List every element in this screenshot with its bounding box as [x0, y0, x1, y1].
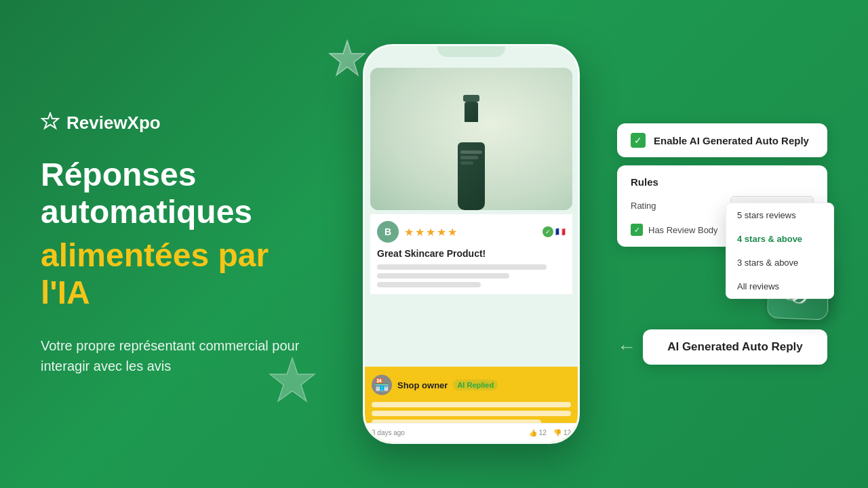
left-arrow-icon: ←	[617, 336, 636, 358]
dislike-action: 👎 12	[553, 429, 571, 436]
reply-line-1	[372, 402, 571, 407]
product-image	[370, 68, 572, 210]
phone-footer: 3 days ago 👍 12 👎 12	[365, 423, 578, 442]
dropdown-option-5stars[interactable]: 5 stars reviews	[726, 203, 833, 227]
headline-line2: automatiques	[41, 194, 252, 230]
review-line-2	[377, 273, 509, 279]
like-action: 👍 12	[529, 429, 547, 436]
phone-notch	[437, 46, 505, 57]
rules-title: Rules	[631, 176, 814, 188]
has-review-label: Has Review Body	[648, 225, 718, 235]
flag-icon: 🇫🇷	[555, 227, 566, 237]
rules-card: Rules Rating 4 stars & above ▾ ✓ Has Rev…	[617, 165, 827, 247]
phone-content: B ★ ★ ★ ★ ★ ✓	[365, 62, 578, 304]
star-4: ★	[437, 226, 446, 239]
logo: ReviewXpo	[41, 112, 326, 134]
verified-icon: ✓	[542, 226, 553, 237]
svg-marker-2	[42, 113, 58, 128]
logo-star-icon	[41, 112, 60, 134]
dropdown-option-all[interactable]: All reviews	[726, 274, 833, 298]
reply-avatar-icon: 🏪	[374, 378, 389, 392]
has-review-checkbox[interactable]: ✓	[631, 224, 643, 236]
reply-avatar: 🏪	[372, 375, 392, 395]
dropdown-option-4stars[interactable]: 4 stars & above	[726, 227, 833, 251]
dislike-count: 12	[564, 429, 571, 436]
enable-ai-card[interactable]: ✓ Enable AI Generated Auto Reply	[617, 123, 827, 157]
star-3: ★	[426, 226, 435, 239]
review-line-1	[377, 264, 547, 270]
enable-label: Enable AI Generated Auto Reply	[654, 135, 809, 146]
reply-owner-name: Shop owner	[397, 380, 448, 390]
reviewer-avatar: B	[377, 221, 399, 243]
star-1: ★	[404, 226, 414, 239]
subtext: Votre propre représentant commercial pou…	[41, 336, 326, 376]
reply-header: 🏪 Shop owner AI Replied	[372, 375, 571, 395]
ai-reply-card: AI Generated Auto Reply	[643, 329, 827, 365]
rating-label: Rating	[631, 201, 656, 211]
reviewer-row: B ★ ★ ★ ★ ★ ✓	[377, 221, 566, 243]
main-background: ReviewXpo Réponses automatiques alimenté…	[0, 0, 868, 488]
left-panel: ReviewXpo Réponses automatiques alimenté…	[41, 112, 326, 376]
bottom-row: ← AI Generated Auto Reply	[617, 329, 827, 365]
phone-wrapper: B ★ ★ ★ ★ ★ ✓	[363, 44, 580, 444]
headline-accent: alimentées par l'IA	[41, 237, 326, 311]
footer-date: 3 days ago	[372, 429, 405, 436]
right-top-section: ✓ Enable AI Generated Auto Reply Rules R…	[617, 123, 827, 247]
like-count: 12	[539, 429, 547, 436]
reply-badge: AI Replied	[453, 380, 498, 390]
dislike-icon: 👎	[553, 429, 561, 436]
phone-mockup: B ★ ★ ★ ★ ★ ✓	[363, 44, 580, 444]
review-card: B ★ ★ ★ ★ ★ ✓	[370, 214, 572, 294]
star-2: ★	[415, 226, 425, 239]
bottle-shape	[454, 95, 488, 183]
star-5: ★	[448, 226, 457, 239]
rating-dropdown-overlay: 5 stars reviews 4 stars & above 3 stars …	[726, 203, 834, 299]
bottle-neck	[465, 102, 478, 122]
ai-reply-label: AI Generated Auto Reply	[667, 340, 803, 353]
bottle-body	[458, 142, 485, 210]
headline-line1: Réponses	[41, 157, 196, 192]
bottle-cap	[463, 95, 479, 102]
stars-row: ★ ★ ★ ★ ★	[404, 226, 457, 239]
enable-checkbox[interactable]: ✓	[631, 133, 646, 148]
logo-text: ReviewXpo	[66, 113, 161, 134]
like-icon: 👍	[529, 429, 537, 436]
headline: Réponses automatiques	[41, 156, 326, 230]
svg-marker-0	[330, 41, 365, 75]
review-title: Great Skincare Product!	[377, 248, 566, 259]
review-body-lines	[377, 264, 566, 287]
dropdown-option-3stars[interactable]: 3 stars & above	[726, 251, 833, 274]
footer-actions: 👍 12 👎 12	[529, 429, 571, 436]
right-column: ✓ Enable AI Generated Auto Reply Rules R…	[617, 123, 827, 365]
reply-line-2	[372, 411, 571, 416]
flag-verified: ✓ 🇫🇷	[542, 226, 566, 237]
review-line-3	[377, 282, 481, 287]
